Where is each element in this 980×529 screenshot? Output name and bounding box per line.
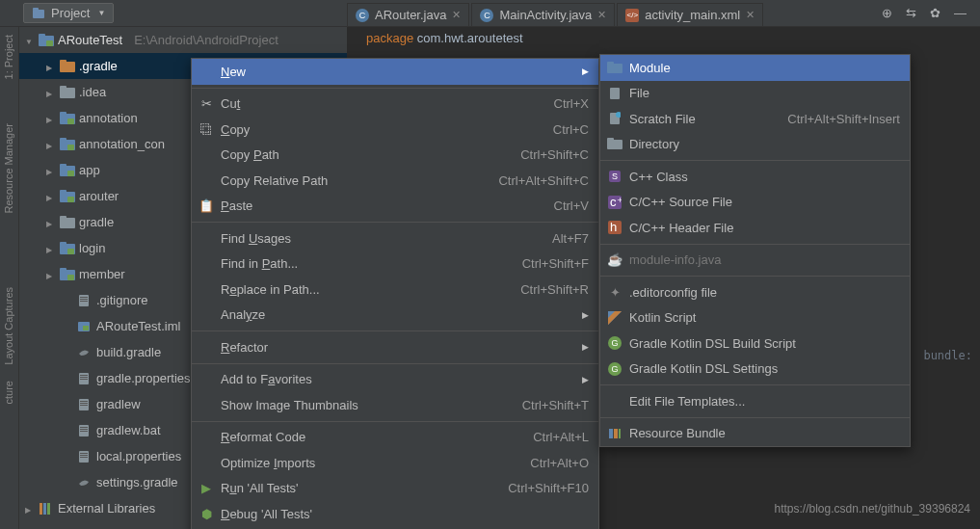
arrow-icon [25, 33, 35, 47]
tab-activity-main-xml[interactable]: </>activity_main.xml✕ [617, 3, 763, 27]
menu-new[interactable]: New▶ [192, 59, 598, 85]
svg-rect-32 [80, 301, 88, 302]
arrow-icon [46, 267, 56, 281]
collapse-icon[interactable]: ⇆ [906, 6, 916, 20]
new-submenu: ModuleFileScratch FileCtrl+Alt+Shift+Ins… [599, 54, 911, 447]
cpp-s-icon: S [607, 171, 622, 182]
menu-directory[interactable]: Directory [600, 132, 910, 158]
svg-rect-17 [67, 171, 74, 176]
menu--editorconfig-file[interactable]: ✦.editorconfig file [600, 279, 910, 305]
gutter-resource-manager[interactable]: Resource Manager [0, 116, 17, 222]
svg-rect-11 [67, 119, 74, 124]
menu-gradle-kotlin-dsl-build-script[interactable]: GGradle Kotlin DSL Build Script [600, 331, 910, 357]
menu-show-image-thumbnails[interactable]: Show Image ThumbnailsCtrl+Shift+T [192, 392, 598, 418]
cpp-src-icon: c⁺ [607, 196, 622, 209]
tab-mainactivity[interactable]: CMainActivity.java✕ [471, 3, 615, 27]
svg-rect-13 [60, 138, 66, 142]
arrow-icon [25, 501, 35, 516]
libraries-icon [39, 502, 54, 516]
close-icon[interactable]: ✕ [452, 9, 461, 21]
svg-text:c⁺: c⁺ [610, 196, 622, 209]
menu-find-usages[interactable]: Find UsagesAlt+F7 [192, 225, 598, 251]
folder-icon [60, 216, 75, 228]
iml-icon [77, 320, 93, 332]
svg-rect-60 [607, 138, 614, 142]
module-icon [60, 112, 75, 124]
menu-optimize-imports[interactable]: Optimize ImportsCtrl+Alt+O [192, 450, 598, 476]
menu-replace-in-path-[interactable]: Replace in Path...Ctrl+Shift+R [192, 277, 598, 303]
project-view-combo[interactable]: Project ▼ [23, 3, 114, 23]
menu-run-all-tests-[interactable]: ▶Run 'All Tests'Ctrl+Shift+F10 [192, 476, 598, 502]
svg-rect-0 [33, 10, 44, 18]
menu-reformat-code[interactable]: Reformat CodeCtrl+Alt+L [192, 425, 598, 451]
menu-scratch-file[interactable]: Scratch FileCtrl+Alt+Shift+Insert [600, 106, 910, 132]
submenu-arrow-icon: ▶ [582, 66, 589, 76]
svg-rect-51 [40, 503, 42, 515]
menu-paste[interactable]: 📋PasteCtrl+V [192, 194, 598, 220]
gutter-project[interactable]: 1: Project [0, 27, 17, 87]
submenu-arrow-icon: ▶ [582, 342, 589, 352]
gradle-icon [77, 346, 93, 358]
gutter-structure[interactable]: cture [0, 373, 17, 411]
gradle-g-icon: G [607, 336, 622, 350]
gear-icon[interactable]: ✿ [930, 6, 940, 20]
svg-rect-16 [60, 164, 66, 168]
menu-module[interactable]: Module [600, 55, 910, 81]
svg-rect-34 [83, 326, 89, 331]
arrow-icon [46, 111, 56, 125]
menu-c-c-source-file[interactable]: c⁺C/C++ Source File [600, 190, 910, 216]
svg-rect-25 [67, 249, 74, 254]
menu-copy-relative-path[interactable]: Copy Relative PathCtrl+Alt+Shift+C [192, 168, 598, 194]
svg-rect-67 [609, 429, 613, 438]
module-icon [60, 242, 75, 254]
menu-analyze[interactable]: Analyze▶ [192, 303, 598, 329]
project-combo-label: Project [51, 6, 90, 20]
menu-edit-file-templates-[interactable]: Edit File Templates... [600, 388, 910, 414]
menu-cut[interactable]: ✂CutCtrl+X [192, 92, 598, 118]
svg-rect-6 [60, 60, 66, 64]
menu-resource-bundle[interactable]: Resource Bundle [600, 421, 910, 447]
target-icon[interactable]: ⊕ [882, 6, 892, 20]
svg-rect-22 [60, 216, 66, 220]
svg-rect-40 [80, 401, 88, 402]
editorcfg-icon: ✦ [607, 285, 622, 300]
arrow-icon [46, 59, 56, 73]
cpp-hdr-icon: h [607, 221, 622, 234]
menu-module-info-java: ☕module-info.java [600, 248, 910, 274]
svg-rect-50 [80, 457, 88, 458]
tree-root[interactable]: ARouteTest E:\Android\AndroidProject [19, 27, 347, 53]
bundle-icon [607, 427, 622, 440]
svg-rect-44 [80, 427, 88, 428]
arrow-icon [46, 189, 56, 203]
menu-c-class[interactable]: SC++ Class [600, 164, 910, 190]
svg-rect-36 [80, 375, 88, 376]
menu-file[interactable]: File [600, 81, 910, 107]
menu-find-in-path-[interactable]: Find in Path...Ctrl+Shift+F [192, 251, 598, 278]
folder-icon [60, 86, 75, 98]
menu-debug-all-tests-[interactable]: ⬢Debug 'All Tests' [192, 501, 598, 527]
svg-rect-19 [60, 190, 66, 194]
svg-rect-27 [60, 268, 66, 272]
chevron-down-icon: ▼ [97, 9, 105, 17]
gutter-layout-captures[interactable]: Layout Captures [0, 279, 17, 373]
svg-rect-48 [80, 453, 88, 454]
tab-arouter[interactable]: CARouter.java✕ [347, 3, 469, 27]
arrow-icon [46, 241, 56, 255]
menu-copy[interactable]: ⿻CopyCtrl+C [192, 117, 598, 143]
menu-add-to-favorites[interactable]: Add to Favorites▶ [192, 367, 598, 393]
menu-gradle-kotlin-dsl-settings[interactable]: GGradle Kotlin DSL Settings [600, 357, 910, 383]
close-icon[interactable]: ✕ [597, 9, 606, 21]
svg-rect-10 [60, 112, 66, 116]
svg-rect-4 [46, 40, 53, 46]
xml-icon: </> [625, 9, 639, 22]
project-icon [32, 7, 45, 20]
arrow-icon [46, 85, 56, 99]
menu-copy-path[interactable]: Copy PathCtrl+Shift+C [192, 143, 598, 169]
module-icon [60, 138, 75, 150]
menu-kotlin-script[interactable]: Kotlin Script [600, 305, 910, 331]
menu-refactor[interactable]: Refactor▶ [192, 334, 598, 360]
menu-c-c-header-file[interactable]: hC/C++ Header File [600, 215, 910, 241]
svg-rect-52 [43, 503, 46, 515]
hide-icon[interactable]: — [954, 6, 967, 20]
close-icon[interactable]: ✕ [746, 9, 755, 21]
